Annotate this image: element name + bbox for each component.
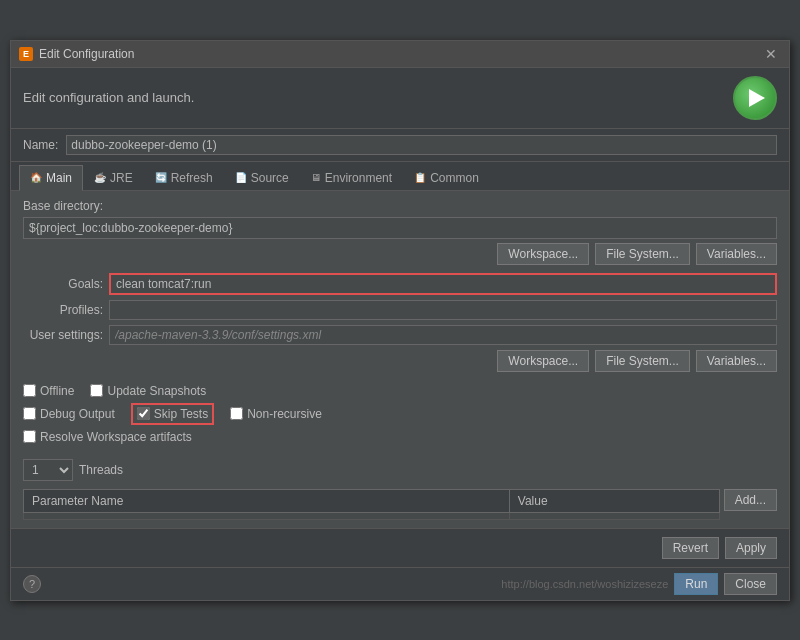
goals-label: Goals: (23, 277, 103, 291)
goals-input[interactable] (109, 273, 777, 295)
resolve-workspace-label: Resolve Workspace artifacts (40, 430, 192, 444)
update-snapshots-check[interactable] (90, 384, 103, 397)
source-tab-icon: 📄 (235, 172, 247, 183)
resolve-workspace-check[interactable] (23, 430, 36, 443)
edit-configuration-dialog: E Edit Configuration ✕ Edit configuratio… (10, 40, 790, 601)
checkbox-row-2: Debug Output Skip Tests Non-recursive (23, 403, 777, 425)
offline-check[interactable] (23, 384, 36, 397)
jre-tab-icon: ☕ (94, 172, 106, 183)
run-button[interactable]: Run (674, 573, 718, 595)
resolve-workspace-checkbox[interactable]: Resolve Workspace artifacts (23, 430, 192, 444)
col-value: Value (509, 489, 719, 512)
refresh-tab-icon: 🔄 (155, 172, 167, 183)
debug-output-label: Debug Output (40, 407, 115, 421)
value-cell (509, 512, 719, 519)
dialog-title: Edit Configuration (39, 47, 134, 61)
base-dir-btn-row: Workspace... File System... Variables... (23, 243, 777, 265)
tab-main[interactable]: 🏠 Main (19, 165, 83, 191)
tab-environment-label: Environment (325, 171, 392, 185)
user-settings-input[interactable] (109, 325, 777, 345)
play-icon (749, 89, 765, 107)
title-bar-left: E Edit Configuration (19, 47, 134, 61)
non-recursive-check[interactable] (230, 407, 243, 420)
threads-row: 1 2 4 Threads (23, 459, 777, 481)
main-content: Base directory: Workspace... File System… (11, 191, 789, 528)
update-snapshots-label: Update Snapshots (107, 384, 206, 398)
tab-refresh-label: Refresh (171, 171, 213, 185)
tab-source[interactable]: 📄 Source (224, 165, 300, 190)
add-param-button[interactable]: Add... (724, 489, 777, 511)
revert-button[interactable]: Revert (662, 537, 719, 559)
name-row: Name: (11, 129, 789, 162)
profiles-input[interactable] (109, 300, 777, 320)
debug-output-checkbox[interactable]: Debug Output (23, 407, 115, 421)
tab-main-label: Main (46, 171, 72, 185)
base-directory-input[interactable] (23, 217, 777, 239)
workspace-btn-2[interactable]: Workspace... (497, 350, 589, 372)
variables-btn-2[interactable]: Variables... (696, 350, 777, 372)
tab-common[interactable]: 📋 Common (403, 165, 490, 190)
name-input[interactable] (66, 135, 777, 155)
filesystem-btn-2[interactable]: File System... (595, 350, 690, 372)
tab-environment[interactable]: 🖥 Environment (300, 165, 403, 190)
debug-output-check[interactable] (23, 407, 36, 420)
update-snapshots-checkbox[interactable]: Update Snapshots (90, 384, 206, 398)
tab-common-label: Common (430, 171, 479, 185)
user-settings-row: User settings: (23, 325, 777, 345)
footer-bar: ? http://blog.csdn.net/woshizizeseze Run… (11, 567, 789, 600)
profiles-label: Profiles: (23, 303, 103, 317)
name-label: Name: (23, 138, 58, 152)
col-param-name: Parameter Name (24, 489, 510, 512)
threads-select[interactable]: 1 2 4 (23, 459, 73, 481)
checkbox-row-3: Resolve Workspace artifacts (23, 430, 777, 444)
common-tab-icon: 📋 (414, 172, 426, 183)
skip-tests-checkbox[interactable]: Skip Tests (131, 403, 214, 425)
close-button[interactable]: Close (724, 573, 777, 595)
param-table-container: Parameter Name Value Add... (23, 489, 777, 520)
dialog-icon: E (19, 47, 33, 61)
checkboxes-area: Offline Update Snapshots Debug Output Sk… (23, 380, 777, 453)
tab-jre[interactable]: ☕ JRE (83, 165, 144, 190)
non-recursive-checkbox[interactable]: Non-recursive (230, 407, 322, 421)
offline-checkbox[interactable]: Offline (23, 384, 74, 398)
user-settings-btn-row: Workspace... File System... Variables... (23, 350, 777, 372)
footer-right: http://blog.csdn.net/woshizizeseze Run C… (501, 573, 777, 595)
param-table: Parameter Name Value (23, 489, 720, 520)
tabs-bar: 🏠 Main ☕ JRE 🔄 Refresh 📄 Source 🖥 Enviro… (11, 162, 789, 191)
environment-tab-icon: 🖥 (311, 172, 321, 183)
watermark-text: http://blog.csdn.net/woshizizeseze (501, 578, 668, 590)
workspace-btn-1[interactable]: Workspace... (497, 243, 589, 265)
tab-jre-label: JRE (110, 171, 133, 185)
tab-refresh[interactable]: 🔄 Refresh (144, 165, 224, 190)
help-icon[interactable]: ? (23, 575, 41, 593)
apply-button[interactable]: Apply (725, 537, 777, 559)
variables-btn-1[interactable]: Variables... (696, 243, 777, 265)
close-icon[interactable]: ✕ (761, 46, 781, 62)
offline-label: Offline (40, 384, 74, 398)
base-directory-label: Base directory: (23, 199, 777, 213)
run-large-button[interactable] (733, 76, 777, 120)
title-bar: E Edit Configuration ✕ (11, 41, 789, 68)
filesystem-btn-1[interactable]: File System... (595, 243, 690, 265)
tab-source-label: Source (251, 171, 289, 185)
header-area: Edit configuration and launch. (11, 68, 789, 129)
main-tab-icon: 🏠 (30, 172, 42, 183)
param-cell (24, 512, 510, 519)
threads-label: Threads (79, 463, 123, 477)
goals-row: Goals: (23, 273, 777, 295)
skip-tests-label: Skip Tests (154, 407, 208, 421)
profiles-row: Profiles: (23, 300, 777, 320)
header-subtitle: Edit configuration and launch. (23, 90, 194, 105)
skip-tests-check[interactable] (137, 407, 150, 420)
user-settings-label: User settings: (23, 328, 103, 342)
checkbox-row-1: Offline Update Snapshots (23, 384, 777, 398)
bottom-right-buttons: Revert Apply (662, 537, 777, 559)
table-row (24, 512, 720, 519)
non-recursive-label: Non-recursive (247, 407, 322, 421)
bottom-buttons-bar: Revert Apply (11, 528, 789, 567)
